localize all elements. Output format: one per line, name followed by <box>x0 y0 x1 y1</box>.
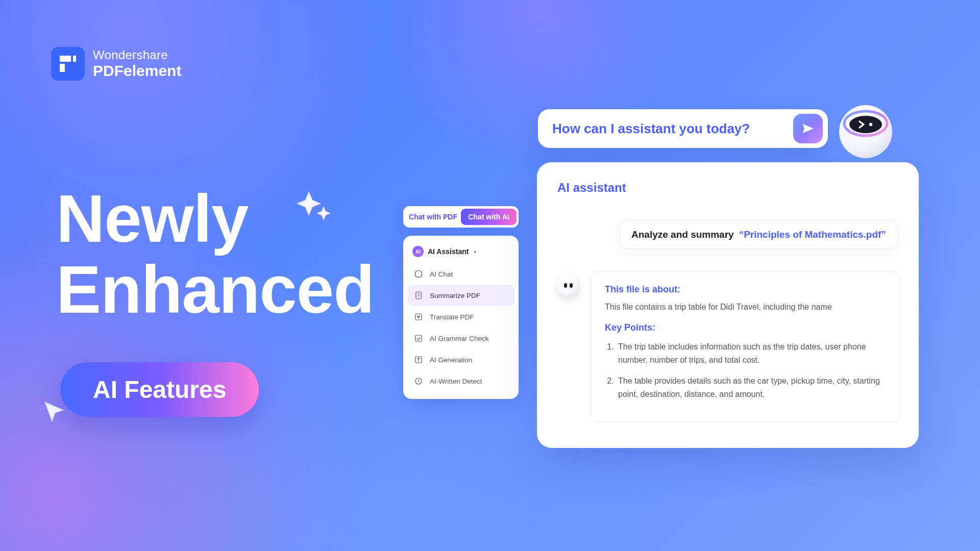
menu-item-translate-pdf[interactable]: Translate PDF <box>407 306 514 328</box>
chat-mode-tabs: Chat with PDF Chat with AI <box>403 206 519 228</box>
chevron-down-icon: ▾ <box>474 249 476 255</box>
menu-item-label: AI Generation <box>430 356 472 364</box>
assistant-response: This file is about: This file contains a… <box>591 271 900 422</box>
svg-rect-0 <box>60 56 71 62</box>
product-logo: Wondershare PDFelement <box>51 47 181 81</box>
summarize-icon <box>413 290 424 300</box>
user-request-chip: Analyze and summary “Principles of Mathe… <box>620 220 898 249</box>
grammar-icon <box>413 333 424 343</box>
hero-pill: AI Features <box>60 362 259 417</box>
chip-filename: “Principles of Mathematics.pdf” <box>739 229 886 240</box>
keypoint-item: The trip table includes information such… <box>616 340 887 367</box>
menu-item-label: Summarize PDF <box>430 292 480 299</box>
ask-bar[interactable]: How can I assistant you today? <box>538 109 828 148</box>
ai-badge-icon: AI <box>412 246 424 257</box>
menu-item-label: Translate PDF <box>430 313 474 321</box>
logo-mark-icon <box>51 47 85 81</box>
brand-name: PDFelement <box>93 62 181 79</box>
brand-top: Wondershare <box>93 48 181 62</box>
menu-item-grammar-check[interactable]: AI Grammar Check <box>407 328 514 349</box>
keypoints-heading: Key Points: <box>605 322 887 333</box>
about-body: This file contains a trip table for Didi… <box>605 301 887 313</box>
send-button[interactable] <box>793 114 823 143</box>
svg-point-11 <box>849 116 882 133</box>
ask-prompt: How can I assistant you today? <box>552 121 793 137</box>
translate-icon <box>413 312 424 322</box>
tab-chat-with-ai[interactable]: Chat with AI <box>461 209 517 225</box>
tab-chat-with-pdf[interactable]: Chat with PDF <box>405 209 461 225</box>
chat-icon <box>413 269 424 279</box>
svg-rect-6 <box>415 335 422 341</box>
hero-line-2: Enhanced <box>56 255 374 325</box>
menu-item-ai-generation[interactable]: AI Generation <box>407 349 514 370</box>
menu-item-ai-written-detect[interactable]: AI-Written Detect <box>407 370 514 392</box>
menu-item-ai-chat[interactable]: AI Chat <box>407 263 514 285</box>
assistant-avatar-icon <box>556 273 580 297</box>
menu-head-title: AI Assistant <box>428 247 469 256</box>
svg-rect-2 <box>73 56 76 62</box>
chip-action: Analyze and summary <box>631 229 734 240</box>
menu-item-label: AI Chat <box>430 270 453 278</box>
about-heading: This file is about: <box>605 284 887 295</box>
menu-item-label: AI-Written Detect <box>430 378 482 385</box>
assistant-title: AI assistant <box>557 181 898 195</box>
menu-item-summarize-pdf[interactable]: Summarize PDF <box>407 285 514 306</box>
sparkle-icon <box>296 189 332 224</box>
ai-assistant-dropdown[interactable]: AI AI Assistant ▾ <box>407 243 514 263</box>
ai-tools-menu: AI AI Assistant ▾ AI Chat Summarize PDF … <box>403 236 519 399</box>
keypoint-item: The table provides details such as the c… <box>616 374 887 402</box>
detect-icon <box>413 376 424 386</box>
menu-item-label: AI Grammar Check <box>430 335 489 342</box>
svg-rect-1 <box>60 64 65 72</box>
generation-icon <box>413 355 424 365</box>
send-icon <box>801 121 815 136</box>
robot-avatar-icon <box>835 101 896 162</box>
cursor-icon <box>42 399 66 423</box>
svg-point-12 <box>869 123 872 126</box>
keypoints-list: The trip table includes information such… <box>605 340 887 402</box>
